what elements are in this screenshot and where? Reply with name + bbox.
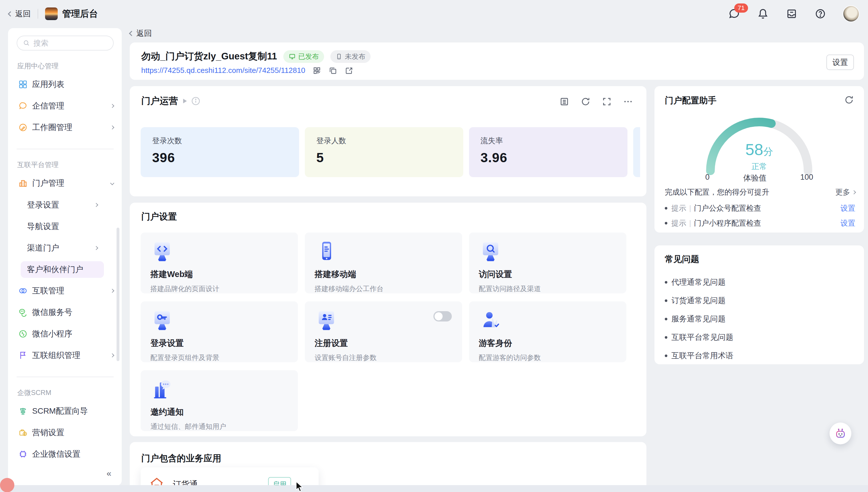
sidebar-item-label: 互联管理 bbox=[32, 285, 111, 296]
app-grid-icon bbox=[18, 80, 28, 89]
setting-card-mobile[interactable]: 搭建移动端 搭建移动端办公工作台 bbox=[305, 232, 462, 293]
chevron-left-icon bbox=[8, 11, 13, 16]
bullet-dot bbox=[665, 336, 667, 339]
sidebar-item-wechat-service[interactable]: 微信服务号 bbox=[17, 304, 114, 320]
content-back-button[interactable]: 返回 bbox=[130, 28, 152, 39]
assistant-check-item: 提示 | 门户公众号配置检查 设置 bbox=[665, 203, 855, 213]
bullet-dot bbox=[665, 281, 667, 284]
fullscreen-icon[interactable] bbox=[601, 96, 613, 107]
portal-operations-card: 门户运营 登录次数 bbox=[130, 86, 646, 196]
business-apps-card: 门户包含的业务应用 订货通 启用 bbox=[130, 442, 646, 492]
portal-settings-button[interactable]: 设置 bbox=[826, 54, 854, 70]
sidebar-item-label: SCRM配置向导 bbox=[32, 405, 114, 417]
faq-item[interactable]: 互联平台常见问题 bbox=[665, 328, 734, 346]
sidebar-subitem-login-settings[interactable]: 登录设置 bbox=[21, 197, 104, 213]
published-badge: 已发布 bbox=[283, 50, 324, 63]
bullet-dot bbox=[665, 299, 667, 302]
portal-config-assistant-card: 门户配置助手 58分 正常 0 体验值 100 完成以下配置，您的得分可提升 更… bbox=[654, 86, 864, 232]
refresh-icon[interactable] bbox=[580, 96, 591, 107]
portal-title: 勿动_门户订货zly_Guest复制11 bbox=[141, 50, 277, 63]
sidebar-item-marketing[interactable]: 营销设置 bbox=[17, 424, 114, 441]
sidebar-item-qixin[interactable]: 企信管理 bbox=[17, 98, 114, 114]
sidebar-item-work-circle[interactable]: 工作圈管理 bbox=[17, 119, 114, 136]
setting-card-desc: 配置游客的访问参数 bbox=[479, 353, 617, 362]
faq-item[interactable]: 订货通常见问题 bbox=[665, 291, 734, 310]
chevron-right-icon bbox=[94, 246, 98, 250]
stat-churn-rate[interactable]: 流失率 3.96 bbox=[469, 127, 627, 177]
topbar-back-button[interactable]: 返回 bbox=[8, 8, 31, 19]
gauge-score: 58分 bbox=[699, 140, 819, 159]
copy-icon[interactable] bbox=[329, 66, 337, 75]
assistant-more-link[interactable]: 更多 bbox=[835, 187, 855, 197]
sidebar-subitem-channel-portal[interactable]: 渠道门户 bbox=[21, 240, 104, 256]
sidebar-item-app-list[interactable]: 应用列表 bbox=[17, 76, 114, 93]
setting-card-login[interactable]: 登录设置 配置登录页组件及背景 bbox=[141, 301, 298, 362]
ai-assistant-button[interactable] bbox=[829, 422, 851, 444]
sidebar-item-label: 企信管理 bbox=[32, 100, 111, 112]
report-list-icon[interactable] bbox=[559, 96, 570, 107]
sidebar-item-scrm-wizard[interactable]: SCRM配置向导 bbox=[17, 403, 114, 419]
setting-card-title: 注册设置 bbox=[315, 338, 452, 349]
more-ellipsis-icon[interactable] bbox=[622, 96, 634, 107]
faq-item[interactable]: 代理通常见问题 bbox=[665, 273, 734, 291]
setting-card-title: 访问设置 bbox=[479, 269, 617, 280]
sidebar-divider bbox=[17, 377, 114, 377]
messages-icon[interactable]: 71 bbox=[728, 7, 741, 20]
register-toggle-off[interactable] bbox=[433, 311, 452, 321]
chat-bubble-icon bbox=[18, 101, 28, 110]
stat-card-partial[interactable] bbox=[633, 127, 640, 177]
sidebar-item-wechat-miniprogram[interactable]: 微信小程序 bbox=[17, 326, 114, 342]
operations-title: 门户运营 bbox=[141, 95, 178, 107]
check-settings-link[interactable]: 设置 bbox=[840, 203, 855, 213]
setting-card-title: 搭建Web端 bbox=[150, 269, 288, 280]
stat-label: 流失率 bbox=[480, 136, 616, 146]
setting-card-web[interactable]: 搭建Web端 搭建品牌化的页面设计 bbox=[141, 232, 298, 293]
notification-bell-icon[interactable] bbox=[757, 7, 769, 20]
page-header-card: 勿动_门户订货zly_Guest复制11 已发布 未发布 https://742… bbox=[130, 43, 864, 80]
signpost-icon bbox=[18, 407, 28, 416]
setting-card-register[interactable]: 注册设置 设置账号自注册参数 bbox=[305, 301, 462, 362]
setting-card-title: 邀约通知 bbox=[150, 407, 288, 418]
setting-card-access[interactable]: 访问设置 配置访问路径及渠道 bbox=[469, 232, 626, 293]
bullet-dot bbox=[665, 207, 667, 210]
portal-settings-card: 门户设置 搭建Web端 搭建品牌化的页面设计 搭建移动端 搭建移动端办公工作台 bbox=[130, 203, 646, 436]
faq-item[interactable]: 互联平台常用术语 bbox=[665, 346, 734, 365]
app-logo bbox=[45, 7, 58, 20]
floating-pink-dot[interactable] bbox=[0, 478, 14, 492]
help-icon[interactable] bbox=[814, 7, 827, 20]
sidebar-item-label: 微信服务号 bbox=[32, 307, 114, 318]
sidebar-subitem-label: 渠道门户 bbox=[27, 243, 95, 253]
setting-card-invite[interactable]: 邀约通知 通过短信、邮件通知用户 bbox=[141, 370, 298, 431]
topbar-back-label: 返回 bbox=[15, 8, 31, 19]
search-input[interactable] bbox=[33, 39, 107, 48]
assistant-refresh-icon[interactable] bbox=[844, 95, 854, 106]
stat-login-users[interactable]: 登录人数 5 bbox=[305, 127, 463, 177]
sidebar-collapse-button[interactable]: « bbox=[106, 468, 111, 478]
chevron-right-icon bbox=[110, 104, 114, 108]
sidebar-item-label: 企业微信设置 bbox=[32, 449, 114, 460]
toggle-knob bbox=[435, 312, 443, 320]
info-icon[interactable] bbox=[191, 96, 201, 106]
sidebar-subitem-nav-settings[interactable]: 导航设置 bbox=[21, 218, 104, 235]
expand-triangle-icon[interactable] bbox=[183, 99, 187, 103]
stat-login-count[interactable]: 登录次数 396 bbox=[141, 127, 299, 177]
sidebar-item-wecom-settings[interactable]: 企业微信设置 bbox=[17, 446, 114, 462]
portal-url-link[interactable]: https://74255.qd.ceshi112.com/site/74255… bbox=[141, 66, 305, 75]
check-settings-link[interactable]: 设置 bbox=[840, 218, 855, 228]
sidebar-subitem-label: 导航设置 bbox=[27, 221, 59, 232]
sidebar-item-portal-mgmt[interactable]: 门户管理 bbox=[17, 175, 114, 191]
faq-item[interactable]: 服务通常见问题 bbox=[665, 310, 734, 328]
sidebar-item-label: 应用列表 bbox=[32, 79, 114, 90]
mouse-cursor bbox=[295, 481, 305, 492]
external-link-icon[interactable] bbox=[345, 66, 353, 75]
sidebar-item-interconnect-mgmt[interactable]: 互联管理 bbox=[17, 283, 114, 299]
inbox-tray-icon[interactable] bbox=[785, 7, 798, 20]
user-avatar[interactable] bbox=[843, 5, 860, 22]
sidebar-item-interconnect-org[interactable]: 互联组织管理 bbox=[17, 347, 114, 363]
sidebar-scrollbar[interactable] bbox=[117, 228, 119, 361]
sidebar-subitem-customer-partner-portal[interactable]: 客户和伙伴门户 bbox=[21, 261, 104, 278]
sidebar-section-app-center: 应用中心管理 bbox=[17, 62, 114, 71]
sidebar-search[interactable] bbox=[17, 35, 114, 51]
setting-card-guest[interactable]: 游客身份 配置游客的访问参数 bbox=[469, 301, 626, 362]
qr-code-icon[interactable] bbox=[313, 66, 321, 75]
